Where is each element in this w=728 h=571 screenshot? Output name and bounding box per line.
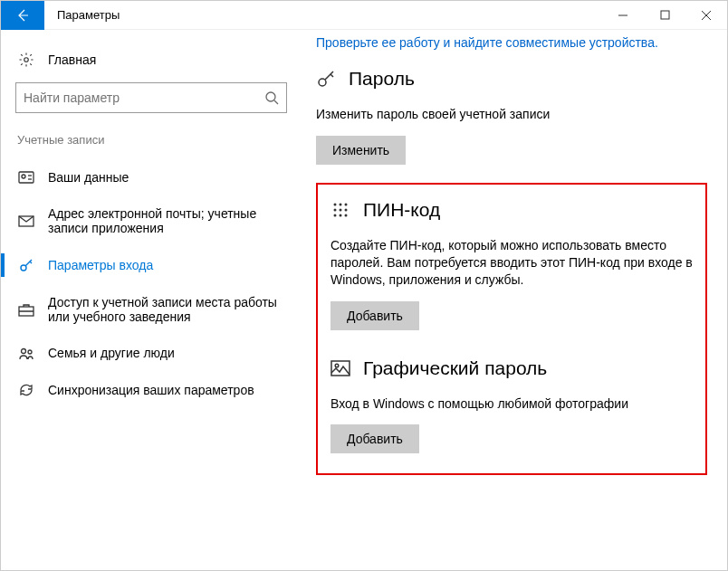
sidebar: Главная Учетные записи Ваши данные Адрес… — [1, 30, 300, 570]
sidebar-item-your-info[interactable]: Ваши данные — [12, 159, 300, 195]
back-button[interactable] — [1, 1, 44, 30]
picture-icon — [330, 360, 350, 376]
picture-desc: Вход в Windows с помощью любимой фотогра… — [330, 395, 693, 413]
svg-point-18 — [340, 203, 342, 205]
section-title: Графический пароль — [363, 357, 547, 379]
nav-label: Параметры входа — [48, 258, 153, 272]
add-picture-password-button[interactable]: Добавить — [330, 424, 419, 453]
svg-point-19 — [345, 203, 348, 205]
picture-password-section: Графический пароль Вход в Windows с помо… — [330, 357, 693, 454]
key-icon — [316, 69, 336, 89]
window-controls — [602, 1, 727, 30]
change-password-button[interactable]: Изменить — [316, 136, 406, 165]
highlight-box: ПИН-код Создайте ПИН-код, который можно … — [316, 183, 707, 476]
sidebar-item-sync[interactable]: Синхронизация ваших параметров — [12, 371, 300, 409]
svg-rect-1 — [661, 11, 669, 19]
nav-label: Ваши данные — [48, 170, 129, 185]
key-icon — [17, 257, 35, 273]
svg-point-4 — [24, 58, 29, 62]
sidebar-item-email[interactable]: Адрес электронной почты; учетные записи … — [12, 195, 300, 246]
svg-point-25 — [345, 214, 348, 216]
sidebar-item-family[interactable]: Семья и другие люди — [12, 335, 300, 371]
svg-point-27 — [335, 364, 339, 367]
svg-line-6 — [274, 100, 278, 104]
sidebar-section-label: Учетные записи — [12, 133, 300, 159]
hello-devices-link[interactable]: Проверьте ее работу и найдите совместимы… — [316, 35, 707, 68]
main-panel: Проверьте ее работу и найдите совместимы… — [300, 30, 727, 570]
password-desc: Изменить пароль своей учетной записи — [316, 106, 707, 123]
search-icon — [264, 90, 279, 105]
svg-rect-26 — [331, 361, 350, 376]
home-nav[interactable]: Главная — [12, 44, 300, 82]
nav-label: Доступ к учетной записи места работы или… — [48, 295, 283, 324]
nav-label: Семья и другие люди — [48, 346, 175, 360]
titlebar: Параметры — [1, 1, 727, 30]
sync-icon — [17, 382, 35, 398]
svg-point-24 — [340, 214, 342, 216]
close-button[interactable] — [685, 1, 727, 30]
maximize-icon — [660, 10, 670, 20]
svg-point-8 — [22, 175, 25, 178]
svg-point-21 — [340, 208, 342, 211]
password-section: Пароль Изменить пароль своей учетной зап… — [316, 68, 707, 165]
pin-desc: Создайте ПИН-код, который можно использо… — [330, 237, 693, 289]
keypad-icon — [330, 201, 350, 219]
svg-point-15 — [28, 350, 32, 354]
svg-point-20 — [334, 208, 337, 211]
minimize-icon — [618, 10, 628, 21]
close-icon — [701, 10, 712, 21]
window-title: Параметры — [44, 8, 120, 22]
home-label: Главная — [48, 52, 96, 67]
people-icon — [17, 347, 35, 360]
gear-icon — [17, 52, 35, 68]
svg-point-22 — [345, 208, 348, 211]
sidebar-item-work-access[interactable]: Доступ к учетной записи места работы или… — [12, 284, 300, 335]
pin-section: ПИН-код Создайте ПИН-код, который можно … — [330, 199, 693, 330]
minimize-button[interactable] — [602, 1, 644, 30]
id-card-icon — [17, 171, 35, 184]
section-title: Пароль — [349, 68, 415, 90]
add-pin-button[interactable]: Добавить — [330, 301, 419, 330]
svg-point-14 — [22, 348, 26, 353]
briefcase-icon — [17, 303, 35, 317]
nav-label: Синхронизация ваших параметров — [48, 383, 254, 397]
svg-point-5 — [266, 92, 275, 101]
search-input[interactable] — [24, 90, 264, 105]
search-box[interactable] — [15, 82, 287, 113]
svg-rect-7 — [19, 172, 34, 183]
svg-point-23 — [334, 214, 337, 216]
svg-point-16 — [319, 79, 326, 86]
maximize-button[interactable] — [644, 1, 685, 30]
arrow-left-icon — [15, 8, 30, 23]
nav-label: Адрес электронной почты; учетные записи … — [48, 206, 283, 235]
svg-point-17 — [334, 203, 337, 205]
mail-icon — [17, 215, 35, 227]
sidebar-item-signin-options[interactable]: Параметры входа — [12, 246, 300, 284]
section-title: ПИН-код — [363, 199, 440, 221]
